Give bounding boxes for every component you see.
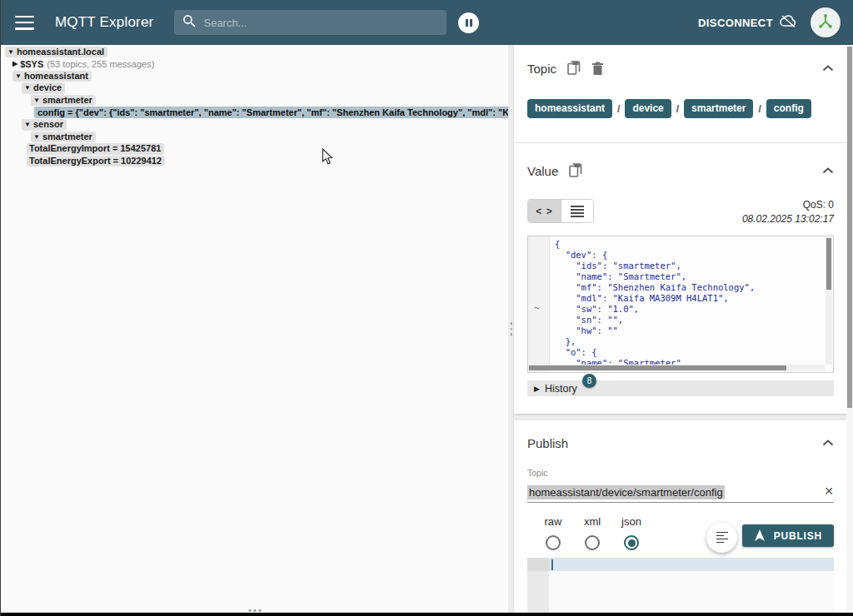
collapse-topic-icon[interactable] [822, 65, 834, 72]
publish-topic-label: Topic [527, 468, 834, 478]
value-view-toggle: < > [527, 199, 594, 223]
code-view-button[interactable]: < > [528, 200, 561, 222]
cloud-off-icon [773, 14, 797, 31]
topic-value-card: Topic homeassistant / device / [514, 45, 853, 414]
payload-gutter [527, 559, 549, 613]
tree-node-sensor[interactable]: ▼sensor [1, 119, 508, 132]
topic-chip[interactable]: config [766, 99, 811, 118]
history-arrow-icon: ▶ [534, 385, 540, 393]
card-gap [514, 414, 853, 420]
collapse-value-icon[interactable] [822, 167, 834, 174]
pause-button[interactable] [458, 12, 479, 33]
qos-label: QoS: 0 [742, 199, 834, 211]
format-align-icon [716, 532, 728, 544]
copy-topic-button[interactable] [567, 61, 581, 76]
value-json-viewer[interactable]: ~ { "dev": { "ids": "smartmeter", "name"… [527, 236, 834, 373]
format-payload-button[interactable] [706, 522, 737, 553]
mqtt-logo-icon [816, 11, 836, 34]
tree-node-broker[interactable]: ▼homeassistant.local [1, 46, 508, 58]
search-icon [182, 14, 196, 31]
code-view-icon: < > [536, 206, 552, 217]
panel-resize-handle[interactable] [508, 45, 514, 613]
menu-icon[interactable] [15, 16, 34, 30]
topic-chip[interactable]: smartmeter [684, 99, 753, 118]
viewer-horizontal-scrollbar[interactable] [529, 365, 825, 371]
tree-node-smartmeter-device[interactable]: ▼smartmeter [1, 94, 508, 107]
app-title: MQTT Explorer [55, 14, 153, 31]
radio-selected-icon [624, 535, 639, 550]
editor-gutter: ~ [528, 236, 550, 372]
window-bottom-edge [1, 613, 853, 616]
drag-dots-icon [510, 322, 512, 335]
topic-chip[interactable]: homeassistant [527, 99, 612, 118]
disconnect-button[interactable]: DISCONNECT [698, 14, 797, 31]
history-count-badge: 8 [582, 374, 596, 388]
topic-breadcrumb: homeassistant / device / smartmeter / co… [527, 99, 834, 118]
tree-node-config-selected[interactable]: config = {"dev": {"ids": "smartmeter", "… [1, 107, 508, 119]
mqtt-explorer-window: MQTT Explorer DISCONNECT [0, 0, 853, 616]
viewer-vertical-scrollbar[interactable] [826, 237, 832, 365]
tree-node-smartmeter-sensor[interactable]: ▼smartmeter [1, 131, 508, 143]
tree-node-device[interactable]: ▼device [1, 82, 508, 95]
fold-marker: ~ [534, 303, 540, 314]
disconnect-label: DISCONNECT [698, 17, 773, 29]
profile-button[interactable] [811, 7, 841, 37]
section-divider [514, 142, 853, 143]
format-radio-raw[interactable]: raw [541, 515, 566, 550]
raw-view-icon [571, 206, 584, 217]
tree-node-sys[interactable]: ▶$SYS (53 topics, 255 messages) [1, 58, 508, 71]
tree-node-homeassistant[interactable]: ▼homeassistant [1, 70, 508, 82]
send-icon [754, 529, 766, 542]
detail-panel: Topic homeassistant / device / [514, 45, 853, 613]
text-caret [551, 559, 553, 570]
message-timestamp: 08.02.2025 13:02:17 [742, 213, 834, 225]
format-radio-json[interactable]: json [619, 515, 644, 550]
topic-chip[interactable]: device [625, 99, 671, 118]
publish-topic-value: homeassistant/device/smartmeter/config [527, 485, 725, 499]
pause-icon [466, 19, 472, 27]
publish-payload-editor[interactable] [527, 558, 834, 613]
copy-value-button[interactable] [569, 163, 582, 178]
tree-node-stats: (53 topics, 255 messages) [47, 59, 154, 69]
history-label: History [545, 383, 577, 395]
publish-section-title: Publish [527, 436, 568, 450]
horizontal-resize-handle[interactable] [248, 609, 261, 612]
search-input[interactable] [203, 17, 420, 29]
active-line-highlight [549, 559, 834, 571]
collapse-publish-icon[interactable] [822, 440, 834, 446]
format-radio-xml[interactable]: xml [580, 515, 605, 550]
app-header: MQTT Explorer DISCONNECT [1, 0, 853, 45]
radio-icon [585, 535, 600, 550]
tree-node-total-energy-import[interactable]: TotalEnergyImport = 15425781 [1, 143, 508, 156]
radio-icon [546, 535, 561, 550]
publish-topic-input[interactable]: homeassistant/device/smartmeter/config ✕ [527, 483, 834, 503]
topic-section-title: Topic [527, 62, 556, 76]
value-section-title: Value [527, 164, 558, 178]
tree-node-total-energy-export[interactable]: TotalEnergyExport = 10229412 [1, 155, 508, 167]
delete-topic-button[interactable] [591, 62, 604, 76]
clear-topic-icon[interactable]: ✕ [824, 484, 834, 498]
topic-tree-panel: ▼homeassistant.local ▶$SYS (53 topics, 2… [1, 45, 508, 613]
publish-card: Publish Topic homeassistant/device/smart… [514, 420, 853, 613]
search-box[interactable] [174, 10, 446, 35]
raw-view-button[interactable] [561, 200, 593, 222]
history-expander[interactable]: ▶ History 8 [527, 380, 834, 396]
publish-button[interactable]: PUBLISH [742, 524, 834, 547]
right-panel-scrollbar[interactable] [846, 45, 853, 613]
json-payload-text: { "dev": { "ids": "smartmeter", "name": … [555, 239, 825, 369]
